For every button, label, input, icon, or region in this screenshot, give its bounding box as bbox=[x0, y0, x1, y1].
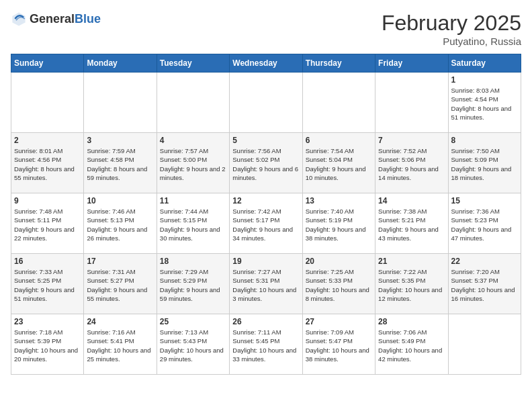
day-number: 4 bbox=[160, 136, 226, 145]
day-number: 3 bbox=[87, 136, 153, 145]
calendar-cell bbox=[375, 73, 448, 133]
day-info: Sunrise: 7:27 AMSunset: 5:31 PMDaylight:… bbox=[232, 267, 299, 303]
day-info: Sunrise: 7:31 AMSunset: 5:27 PMDaylight:… bbox=[87, 267, 153, 303]
logo-icon bbox=[11, 11, 27, 27]
header-day-thursday: Thursday bbox=[302, 54, 375, 73]
title-block: February 2025 Putyatino, Russia bbox=[382, 11, 521, 47]
calendar-body: 1Sunrise: 8:03 AMSunset: 4:54 PMDaylight… bbox=[11, 73, 521, 375]
day-info: Sunrise: 8:01 AMSunset: 4:56 PMDaylight:… bbox=[14, 146, 81, 182]
week-row-4: 16Sunrise: 7:33 AMSunset: 5:25 PMDayligh… bbox=[11, 254, 521, 314]
calendar-cell: 18Sunrise: 7:29 AMSunset: 5:29 PMDayligh… bbox=[157, 254, 229, 314]
logo-blue: Blue bbox=[75, 12, 101, 26]
header-day-friday: Friday bbox=[375, 54, 448, 73]
calendar-subtitle: Putyatino, Russia bbox=[382, 36, 521, 47]
day-number: 28 bbox=[378, 317, 445, 326]
day-number: 26 bbox=[232, 317, 299, 326]
calendar-cell: 5Sunrise: 7:56 AMSunset: 5:02 PMDaylight… bbox=[230, 133, 302, 193]
day-number: 8 bbox=[451, 136, 518, 145]
day-info: Sunrise: 7:48 AMSunset: 5:11 PMDaylight:… bbox=[14, 207, 81, 242]
calendar-cell: 21Sunrise: 7:22 AMSunset: 5:35 PMDayligh… bbox=[375, 254, 448, 314]
svg-marker-0 bbox=[12, 12, 25, 26]
day-number: 7 bbox=[378, 136, 445, 145]
day-number: 25 bbox=[160, 317, 226, 326]
day-info: Sunrise: 7:13 AMSunset: 5:43 PMDaylight:… bbox=[160, 328, 226, 363]
day-number: 23 bbox=[14, 317, 81, 326]
calendar-table: SundayMondayTuesdayWednesdayThursdayFrid… bbox=[11, 54, 521, 375]
header-day-tuesday: Tuesday bbox=[157, 54, 229, 73]
calendar-cell bbox=[84, 73, 157, 133]
day-number: 10 bbox=[87, 196, 153, 205]
day-number: 6 bbox=[306, 136, 372, 145]
calendar-cell: 2Sunrise: 8:01 AMSunset: 4:56 PMDaylight… bbox=[11, 133, 84, 193]
day-info: Sunrise: 7:29 AMSunset: 5:29 PMDaylight:… bbox=[160, 267, 226, 303]
week-row-5: 23Sunrise: 7:18 AMSunset: 5:39 PMDayligh… bbox=[11, 314, 521, 375]
day-number: 17 bbox=[87, 257, 153, 266]
day-info: Sunrise: 7:11 AMSunset: 5:45 PMDaylight:… bbox=[232, 328, 299, 363]
calendar-cell: 24Sunrise: 7:16 AMSunset: 5:41 PMDayligh… bbox=[84, 314, 157, 375]
day-number: 12 bbox=[232, 196, 299, 205]
calendar-cell: 22Sunrise: 7:20 AMSunset: 5:37 PMDayligh… bbox=[448, 254, 521, 314]
calendar-title: February 2025 bbox=[382, 11, 521, 36]
calendar-cell: 17Sunrise: 7:31 AMSunset: 5:27 PMDayligh… bbox=[84, 254, 157, 314]
day-info: Sunrise: 7:56 AMSunset: 5:02 PMDaylight:… bbox=[232, 146, 299, 182]
calendar-header: SundayMondayTuesdayWednesdayThursdayFrid… bbox=[11, 54, 521, 73]
day-info: Sunrise: 7:52 AMSunset: 5:06 PMDaylight:… bbox=[378, 146, 445, 182]
calendar-cell: 4Sunrise: 7:57 AMSunset: 5:00 PMDaylight… bbox=[157, 133, 229, 193]
day-info: Sunrise: 7:54 AMSunset: 5:04 PMDaylight:… bbox=[306, 146, 372, 182]
day-info: Sunrise: 7:46 AMSunset: 5:13 PMDaylight:… bbox=[87, 207, 153, 242]
calendar-cell: 28Sunrise: 7:06 AMSunset: 5:49 PMDayligh… bbox=[375, 314, 448, 375]
calendar-cell: 7Sunrise: 7:52 AMSunset: 5:06 PMDaylight… bbox=[375, 133, 448, 193]
day-info: Sunrise: 7:25 AMSunset: 5:33 PMDaylight:… bbox=[306, 267, 372, 303]
calendar-cell: 6Sunrise: 7:54 AMSunset: 5:04 PMDaylight… bbox=[302, 133, 375, 193]
day-number: 11 bbox=[160, 196, 226, 205]
calendar-cell bbox=[448, 314, 521, 375]
day-info: Sunrise: 7:57 AMSunset: 5:00 PMDaylight:… bbox=[160, 146, 226, 182]
header-day-monday: Monday bbox=[84, 54, 157, 73]
week-row-2: 2Sunrise: 8:01 AMSunset: 4:56 PMDaylight… bbox=[11, 133, 521, 193]
calendar-cell: 3Sunrise: 7:59 AMSunset: 4:58 PMDaylight… bbox=[84, 133, 157, 193]
day-number: 24 bbox=[87, 317, 153, 326]
calendar-cell: 16Sunrise: 7:33 AMSunset: 5:25 PMDayligh… bbox=[11, 254, 84, 314]
day-number: 19 bbox=[232, 257, 299, 266]
day-number: 18 bbox=[160, 257, 226, 266]
calendar-cell bbox=[11, 73, 84, 133]
day-number: 16 bbox=[14, 257, 81, 266]
calendar-cell: 25Sunrise: 7:13 AMSunset: 5:43 PMDayligh… bbox=[157, 314, 229, 375]
header-row: SundayMondayTuesdayWednesdayThursdayFrid… bbox=[11, 54, 521, 73]
calendar-cell bbox=[302, 73, 375, 133]
day-info: Sunrise: 7:40 AMSunset: 5:19 PMDaylight:… bbox=[306, 207, 372, 242]
day-number: 27 bbox=[306, 317, 372, 326]
calendar-cell: 8Sunrise: 7:50 AMSunset: 5:09 PMDaylight… bbox=[448, 133, 521, 193]
header-day-saturday: Saturday bbox=[448, 54, 521, 73]
week-row-3: 9Sunrise: 7:48 AMSunset: 5:11 PMDaylight… bbox=[11, 193, 521, 254]
day-info: Sunrise: 7:36 AMSunset: 5:23 PMDaylight:… bbox=[451, 207, 518, 242]
day-info: Sunrise: 7:20 AMSunset: 5:37 PMDaylight:… bbox=[451, 267, 518, 303]
day-number: 9 bbox=[14, 196, 81, 205]
calendar-cell bbox=[230, 73, 302, 133]
day-number: 5 bbox=[232, 136, 299, 145]
calendar-cell: 15Sunrise: 7:36 AMSunset: 5:23 PMDayligh… bbox=[448, 193, 521, 254]
day-info: Sunrise: 7:06 AMSunset: 5:49 PMDaylight:… bbox=[378, 328, 445, 363]
day-number: 21 bbox=[378, 257, 445, 266]
calendar-cell: 20Sunrise: 7:25 AMSunset: 5:33 PMDayligh… bbox=[302, 254, 375, 314]
day-info: Sunrise: 7:22 AMSunset: 5:35 PMDaylight:… bbox=[378, 267, 445, 303]
day-number: 1 bbox=[451, 75, 518, 85]
calendar-cell: 13Sunrise: 7:40 AMSunset: 5:19 PMDayligh… bbox=[302, 193, 375, 254]
calendar-cell: 11Sunrise: 7:44 AMSunset: 5:15 PMDayligh… bbox=[157, 193, 229, 254]
calendar-cell: 23Sunrise: 7:18 AMSunset: 5:39 PMDayligh… bbox=[11, 314, 84, 375]
logo-general: General bbox=[30, 12, 75, 26]
page-header: GeneralBlue February 2025 Putyatino, Rus… bbox=[11, 11, 521, 47]
calendar-cell bbox=[157, 73, 229, 133]
day-info: Sunrise: 7:59 AMSunset: 4:58 PMDaylight:… bbox=[87, 146, 153, 182]
day-info: Sunrise: 7:50 AMSunset: 5:09 PMDaylight:… bbox=[451, 146, 518, 182]
calendar-cell: 26Sunrise: 7:11 AMSunset: 5:45 PMDayligh… bbox=[230, 314, 302, 375]
day-info: Sunrise: 7:38 AMSunset: 5:21 PMDaylight:… bbox=[378, 207, 445, 242]
calendar-cell: 1Sunrise: 8:03 AMSunset: 4:54 PMDaylight… bbox=[448, 73, 521, 133]
day-number: 14 bbox=[378, 196, 445, 205]
week-row-1: 1Sunrise: 8:03 AMSunset: 4:54 PMDaylight… bbox=[11, 73, 521, 133]
day-info: Sunrise: 7:42 AMSunset: 5:17 PMDaylight:… bbox=[232, 207, 299, 242]
header-day-sunday: Sunday bbox=[11, 54, 84, 73]
day-number: 2 bbox=[14, 136, 81, 145]
calendar-cell: 27Sunrise: 7:09 AMSunset: 5:47 PMDayligh… bbox=[302, 314, 375, 375]
day-info: Sunrise: 7:09 AMSunset: 5:47 PMDaylight:… bbox=[306, 328, 372, 363]
